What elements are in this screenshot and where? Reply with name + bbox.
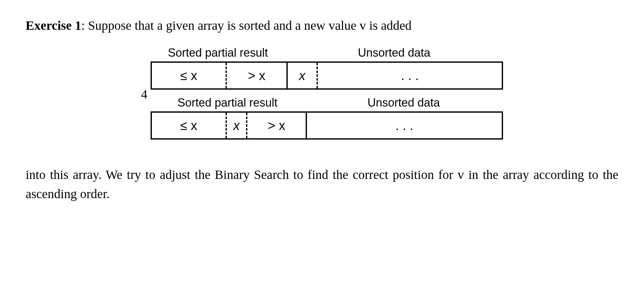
row1-labels: Sorted partial result Unsorted data xyxy=(151,44,503,61)
row1-array: ≤ x > x x . . . xyxy=(151,61,503,90)
row1-cell-gt-x: > x xyxy=(226,63,286,88)
exercise-label: Exercise 1 xyxy=(26,18,81,33)
page: Exercise 1: Suppose that a given array i… xyxy=(0,0,644,290)
row2-cell-x: x xyxy=(226,113,247,138)
row1-label-unsorted: Unsorted data xyxy=(285,44,503,61)
exercise-intro: Exercise 1: Suppose that a given array i… xyxy=(26,16,618,35)
row1-cell-rest: . . . xyxy=(318,63,503,88)
row2-cell-le-x: ≤ x xyxy=(152,113,226,138)
row2-cell-rest: . . . xyxy=(307,113,503,138)
row2-label-sorted: Sorted partial result xyxy=(151,94,304,111)
exercise-text-2: into this array. We try to adjust the Bi… xyxy=(26,165,618,204)
row2-array: ≤ x x > x . . . xyxy=(151,111,503,140)
exercise-text-1: : Suppose that a given array is sorted a… xyxy=(81,18,412,33)
diagram: 4 Sorted partial result Unsorted data ≤ … xyxy=(26,44,618,140)
row1-label-sorted: Sorted partial result xyxy=(151,44,285,61)
row2-labels: Sorted partial result Unsorted data xyxy=(151,94,503,111)
diagram-body: Sorted partial result Unsorted data ≤ x … xyxy=(151,44,503,140)
row2-cell-gt-x: > x xyxy=(247,113,306,138)
row1-cell-le-x: ≤ x xyxy=(152,63,226,88)
diagram-side-number: 4 xyxy=(141,85,147,104)
row2-label-unsorted: Unsorted data xyxy=(304,94,503,111)
row1-cell-x: x xyxy=(288,63,318,88)
